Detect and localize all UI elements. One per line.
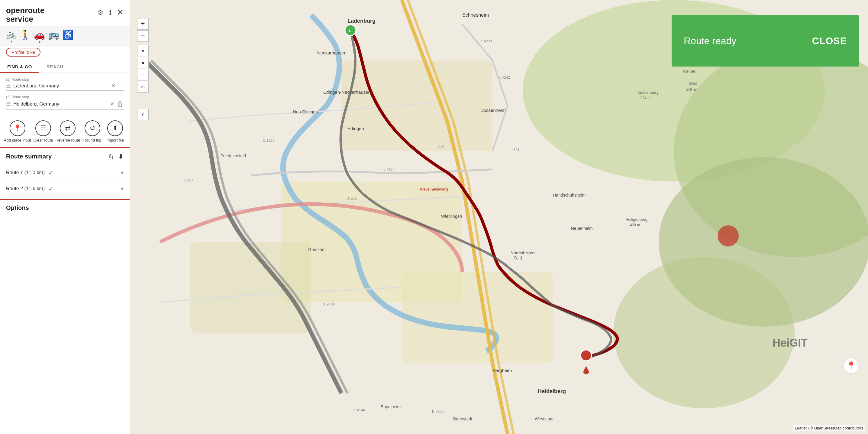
svg-text:Kirchenberg: Kirchenberg [638, 90, 659, 95]
route-summary-header: Route summary ⎙ ⬇ [6, 153, 124, 161]
svg-text:Weißer: Weißer [683, 69, 695, 74]
drag-handle-2[interactable]: ☰ [6, 101, 11, 107]
svg-text:Feld: Feld [514, 256, 522, 260]
svg-text:L 637: L 637 [384, 168, 393, 172]
transport-mode-walk[interactable]: 🚶 [20, 29, 31, 40]
round-trip-label: Round trip [83, 138, 101, 143]
unit-button[interactable]: m [137, 81, 149, 92]
route-stop-1-row: ☰ ✕ ↔ [6, 83, 124, 91]
route-stop-2-input[interactable] [13, 101, 107, 107]
center-map-button[interactable]: ● [137, 45, 149, 56]
svg-point-4 [613, 257, 795, 408]
svg-text:324 m: 324 m [641, 96, 650, 100]
svg-text:K 4144: K 4144 [353, 408, 365, 412]
svg-text:A 656: A 656 [347, 196, 357, 201]
add-place-label: Add place input [4, 138, 31, 143]
round-trip-button[interactable]: ↺ Round trip [82, 120, 103, 143]
route-2-expand-icon[interactable]: ▾ [121, 185, 124, 192]
wheelchair-icon: ♿ [62, 29, 73, 40]
svg-text:Bergheim: Bergheim [492, 368, 512, 373]
svg-text:Dossenheim: Dossenheim [480, 108, 505, 113]
add-place-icon: 📍 [10, 120, 25, 136]
svg-text:Handschuhsheim: Handschuhsheim [553, 193, 586, 198]
transport-mode-car[interactable]: 🚗 ▾ [34, 29, 45, 44]
action-buttons: 📍 Add place input ☰ Clear route ⇄ Revers… [0, 116, 130, 147]
svg-text:Neu-Edingen: Neu-Edingen [293, 110, 318, 114]
transport-modes: 🚲 ▾ 🚶 🚗 ▾ 🚌 ♿ [0, 26, 130, 47]
drag-handle-1[interactable]: ☰ [6, 83, 11, 89]
route-ready-close-button[interactable]: CLOSE [812, 35, 847, 47]
map-attribution: Leaflet | © OpenStreetMap contributors [793, 425, 865, 431]
map-back-button[interactable]: ‹ [137, 109, 149, 120]
delete-stop-2-icon[interactable]: 🗑 [117, 100, 124, 108]
svg-text:Neuenheim: Neuenheim [571, 226, 593, 231]
download-icon[interactable]: ⬇ [118, 153, 124, 161]
route-stop-1-arrows[interactable]: ↔ [118, 83, 124, 89]
transport-mode-bus[interactable]: 🚌 [48, 29, 59, 40]
svg-point-51 [717, 225, 739, 247]
svg-text:Heiligenberg: Heiligenberg [625, 217, 647, 222]
share-icon[interactable]: ⎙ [109, 153, 113, 161]
summary-action-icons: ⎙ ⬇ [109, 153, 124, 161]
bus-icon: 🚌 [48, 29, 59, 40]
close-icon[interactable]: ✕ [117, 8, 124, 17]
info-icon[interactable]: ℹ [109, 9, 112, 17]
route-inputs: (1) Route stop ☰ ✕ ↔ (2) Route stop ☰ ✕ … [0, 73, 130, 116]
zoom-out-button[interactable]: − [137, 30, 149, 42]
sidebar: openroute service ⚙ ℹ ✕ 🚲 ▾ 🚶 🚗 ▾ 🚌 ♿ Pr… [0, 0, 130, 434]
svg-text:Kreuz Heidelberg: Kreuz Heidelberg [420, 187, 448, 192]
tabs: FIND & GO REACH [0, 61, 130, 73]
map-controls: + − ● ■ ↔ m [137, 18, 149, 92]
locate-me-button[interactable]: 📍 [843, 358, 859, 374]
reverse-route-button[interactable]: ⇄ Reverse route [55, 120, 80, 143]
route-stop-2-row: ☰ ✕ 🗑 [6, 100, 124, 110]
route-stop-1-input[interactable] [13, 83, 109, 89]
import-file-button[interactable]: ⬆ Import file [104, 120, 126, 143]
clear-stop-1-icon[interactable]: ✕ [111, 83, 116, 89]
app-logo: openroute service [6, 6, 44, 23]
map-area[interactable]: Ladenburg Neckarhausen Schriesheim Eding… [130, 0, 868, 434]
bike-chevron: ▾ [10, 39, 12, 44]
route-1-expand-icon[interactable]: ▾ [121, 169, 124, 176]
add-place-input-button[interactable]: 📍 Add place input [4, 120, 31, 143]
svg-text:549 m: 549 m [686, 87, 696, 92]
route-2-check: ✓ [48, 185, 54, 192]
tab-reach[interactable]: REACH [39, 61, 71, 73]
route-summary-title: Route summary [6, 153, 52, 160]
options-title: Options [6, 204, 29, 211]
route-1-item[interactable]: Route 1 (11.0 km) ✓ ▾ [6, 165, 124, 181]
profile-badge[interactable]: Profile: bike [6, 50, 124, 55]
round-trip-icon: ↺ [85, 120, 100, 136]
clear-route-button[interactable]: ☰ Clear route [33, 120, 54, 143]
svg-text:Stein: Stein [689, 81, 697, 86]
measure-button[interactable]: ↔ [137, 69, 149, 81]
svg-text:Weststadt: Weststadt [535, 416, 554, 421]
zoom-in-button[interactable]: + [137, 18, 149, 30]
svg-text:K 4141: K 4141 [263, 139, 274, 143]
svg-rect-7 [190, 242, 311, 333]
svg-text:Ladenburg: Ladenburg [347, 18, 376, 24]
route-stop-2-group: (2) Route stop ☰ ✕ 🗑 [6, 95, 124, 110]
svg-text:Neckarhausen: Neckarhausen [317, 50, 346, 55]
route-2-left: Route 2 (11.6 km) ✓ [6, 185, 54, 192]
settings-icon[interactable]: ⚙ [98, 9, 104, 17]
route-1-active-check: ✓ [48, 169, 54, 176]
square-map-button[interactable]: ■ [137, 57, 149, 68]
svg-text:K 4238: K 4238 [480, 39, 492, 43]
car-chevron: ▾ [39, 40, 40, 44]
transport-mode-bike[interactable]: 🚲 ▾ [6, 29, 17, 44]
svg-text:Grenzhof: Grenzhof [308, 247, 326, 252]
route-ready-text: Route ready [684, 35, 736, 47]
header-icons: ⚙ ℹ ✕ [98, 8, 124, 17]
transport-mode-wheelchair[interactable]: ♿ [62, 29, 73, 40]
clear-route-icon: ☰ [35, 120, 51, 136]
svg-text:439 m: 439 m [630, 223, 640, 227]
car-icon: 🚗 [34, 29, 45, 40]
clear-stop-2-icon[interactable]: ✕ [110, 101, 115, 107]
tab-find-go[interactable]: FIND & GO [0, 61, 39, 73]
route-2-item[interactable]: Route 2 (11.6 km) ✓ ▾ [6, 181, 124, 197]
svg-text:L: L [349, 28, 351, 33]
route-stop-1-label: (1) Route stop [6, 78, 124, 82]
svg-text:Edingen: Edingen [347, 126, 364, 131]
route-1-name: Route 1 (11.0 km) [6, 170, 45, 175]
